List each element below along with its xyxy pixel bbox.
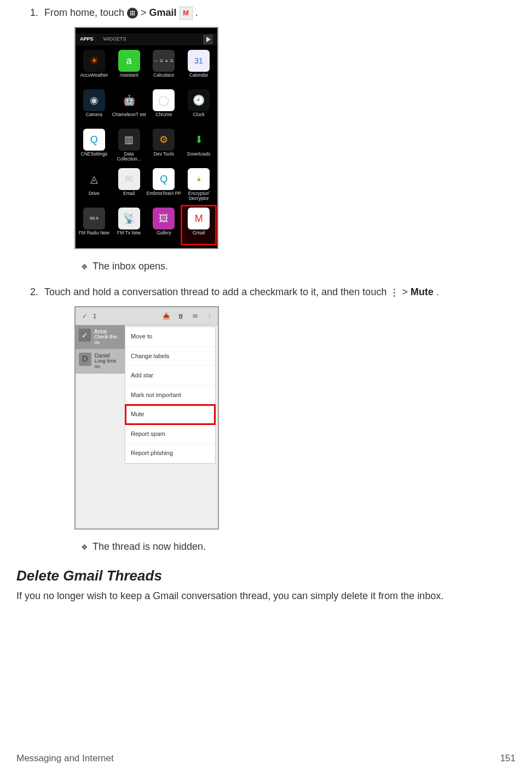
app-label: ChameleonT est <box>112 112 146 117</box>
screenshot-gmail-menu: ✓ 1 📥 🗑 ✉ ⋮ ✓AnneCheck this ouDDanielLon… <box>74 306 219 530</box>
footer-section: Messaging and Internet <box>16 751 114 766</box>
thread-daniel[interactable]: DDanielLong time no <box>76 349 125 373</box>
thread-anne[interactable]: ✓AnneCheck this ou <box>76 325 125 349</box>
app-label: Encryptor/ Decryptor <box>181 191 216 202</box>
app-camera[interactable]: ◉Camera <box>77 87 112 127</box>
drive-icon: ◬ <box>83 168 105 190</box>
step2-gt: > <box>402 286 410 297</box>
app-downloads[interactable]: ⬇Downloads <box>181 127 216 166</box>
step-2: Touch and hold a conversation thread to … <box>41 285 516 554</box>
menu-report-phishing[interactable]: Report phishing <box>125 444 215 463</box>
step1-gmail: Gmail <box>149 7 177 18</box>
assistant-icon: a <box>118 50 140 72</box>
app-fm-tx-new[interactable]: 📡FM Tx New <box>112 205 147 245</box>
avatar: D <box>79 353 91 366</box>
app-dev-tools[interactable]: ⚙Dev Tools <box>147 127 182 166</box>
app-calculator[interactable]: − = + =Calculator <box>147 48 182 87</box>
overflow-icon[interactable]: ⋮ <box>204 311 215 321</box>
selected-count: 1 <box>93 312 96 321</box>
mail-icon[interactable]: ✉ <box>189 311 200 321</box>
app-data-collection-[interactable]: ▥Data Collection... <box>112 127 147 166</box>
app-embmstesta-pp[interactable]: QEmbmsTestA PP <box>147 166 182 205</box>
archive-icon[interactable]: 📥 <box>161 311 172 321</box>
app-label: EmbmsTestA PP <box>147 191 181 196</box>
menu-mute[interactable]: Mute <box>125 405 215 424</box>
step1-suffix: . <box>195 7 198 18</box>
app-label: Calendar <box>189 73 209 78</box>
app-label: Calculator <box>153 73 174 78</box>
downloads-icon: ⬇ <box>188 129 210 151</box>
overflow-menu-icon <box>389 286 399 298</box>
thread-text: AnneCheck this ou <box>94 329 122 346</box>
app-label: Email <box>123 191 135 196</box>
app-label: Assistant <box>119 73 138 78</box>
step2-text-a: Touch and hold a conversation thread to … <box>44 286 389 297</box>
embmstesta-pp-icon: Q <box>153 168 175 190</box>
menu-report-spam[interactable]: Report spam <box>125 424 215 444</box>
app-label: FM Radio New <box>79 231 109 235</box>
accuweather-icon: ☀ <box>83 50 105 72</box>
chrome-icon: ◯ <box>153 89 175 111</box>
app-label: Chrome <box>155 112 172 117</box>
app-label: AccuWeather <box>80 73 108 78</box>
thread-text: DanielLong time no <box>95 353 122 370</box>
app-gmail[interactable]: MGmail <box>181 205 216 245</box>
fm-tx-new-icon: 📡 <box>118 208 140 229</box>
app-email[interactable]: ✉Email <box>112 166 147 205</box>
app-assistant[interactable]: aAssistant <box>112 48 147 87</box>
clock-icon: 🕘 <box>188 89 210 111</box>
chameleont-est-icon: 🤖 <box>118 89 140 111</box>
section-body: If you no longer wish to keep a Gmail co… <box>16 589 516 603</box>
app-label: Downloads <box>187 152 210 157</box>
gmail-icon: M <box>188 208 210 229</box>
app-fm-radio-new[interactable]: 90.9FM Radio New <box>77 205 112 245</box>
menu-change-labels[interactable]: Change labels <box>125 347 215 366</box>
app-clock[interactable]: 🕘Clock <box>181 87 216 127</box>
calculator-icon: − = + = <box>153 50 175 72</box>
menu-add-star[interactable]: Add star <box>125 366 215 386</box>
app-cnesettings[interactable]: QCNESettings <box>77 127 112 166</box>
app-label: Data Collection... <box>112 152 147 162</box>
gmail-icon: M <box>180 7 193 20</box>
section-title: Delete Gmail Threads <box>16 565 516 587</box>
step1-text-a: From home, touch <box>44 7 127 18</box>
app-label: Gmail <box>193 231 205 235</box>
app-encryptor-decryptor[interactable]: 🔒Encryptor/ Decryptor <box>181 166 216 205</box>
app-accuweather[interactable]: ☀AccuWeather <box>77 48 112 87</box>
menu-move-to[interactable]: Move to <box>125 327 215 347</box>
calendar-icon: 31 <box>188 50 210 72</box>
tab-apps[interactable]: APPS <box>80 36 94 43</box>
note-inbox-opens: The inbox opens. <box>91 259 516 274</box>
screenshot-app-drawer: APPS WIDGETS ☀AccuWeatheraAssistant− = +… <box>74 27 218 249</box>
app-label: Dev Tools <box>154 152 174 157</box>
gallery-icon: 🖼 <box>153 208 175 229</box>
footer-page-number: 151 <box>500 751 516 766</box>
app-label: Drive <box>89 191 100 196</box>
fm-radio-new-icon: 90.9 <box>83 208 105 229</box>
step2-mute: Mute <box>410 286 433 297</box>
play-store-icon[interactable] <box>203 35 213 44</box>
menu-mark-not-important[interactable]: Mark not important <box>125 386 215 405</box>
app-label: Camera <box>86 112 102 117</box>
note-thread-hidden: The thread is now hidden. <box>91 539 516 554</box>
app-chameleont-est[interactable]: 🤖ChameleonT est <box>112 87 147 127</box>
email-icon: ✉ <box>118 168 140 190</box>
encryptor-decryptor-icon: 🔒 <box>188 168 210 190</box>
delete-icon[interactable]: 🗑 <box>175 311 186 321</box>
step1-gt: > <box>141 7 149 18</box>
cnesettings-icon: Q <box>83 129 105 151</box>
app-calendar[interactable]: 31Calendar <box>181 48 216 87</box>
dev-tools-icon: ⚙ <box>153 129 175 151</box>
app-drive[interactable]: ◬Drive <box>77 166 112 205</box>
step2-suffix: . <box>436 286 439 297</box>
step-1: From home, touch > Gmail M . APPS WIDGET… <box>41 5 516 274</box>
app-label: Clock <box>193 112 204 117</box>
app-label: CNESettings <box>81 152 108 157</box>
app-label: FM Tx New <box>117 231 141 235</box>
app-chrome[interactable]: ◯Chrome <box>147 87 182 127</box>
avatar: ✓ <box>79 329 91 342</box>
tab-widgets[interactable]: WIDGETS <box>103 36 126 43</box>
data-collection--icon: ▥ <box>118 129 140 151</box>
app-gallery[interactable]: 🖼Gallery <box>147 205 182 245</box>
done-icon[interactable]: ✓ <box>79 311 90 321</box>
